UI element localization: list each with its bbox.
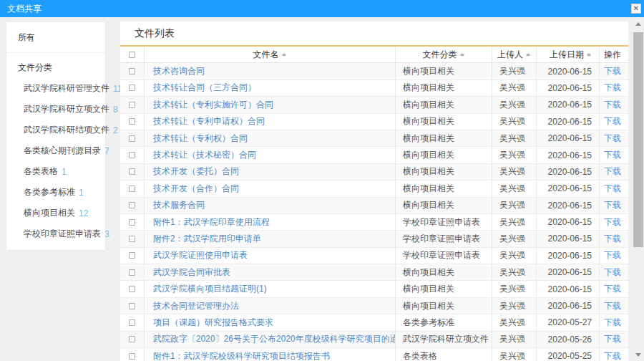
uploader: 吴兴强 xyxy=(492,214,537,231)
download-link[interactable]: 下载 xyxy=(604,149,621,161)
row-checkbox[interactable] xyxy=(129,135,135,142)
file-category: 学校印章证照申请表 xyxy=(396,248,492,264)
file-name-link[interactable]: 项目（课题）研究报告格式要求 xyxy=(153,317,273,329)
sidebar-category-item[interactable]: 武汉学院科研结项文件 2 xyxy=(6,120,105,140)
row-checkbox[interactable] xyxy=(129,286,135,292)
file-name-link[interactable]: 武汉学院证照使用申请表 xyxy=(153,249,248,261)
close-button[interactable]: ✕ xyxy=(631,4,641,14)
file-name-link[interactable]: 技术开发（委托）合同 xyxy=(153,165,239,178)
table-row: 项目（课题）研究报告格式要求 各类参考标准 吴兴强 2020-05-27 下载 xyxy=(120,314,628,331)
uploader: 吴兴强 xyxy=(492,248,537,264)
download-link[interactable]: 下载 xyxy=(604,216,621,228)
upload-date: 2020-06-15 xyxy=(537,80,600,97)
row-checkbox-cell xyxy=(120,348,145,361)
row-checkbox[interactable] xyxy=(129,68,135,74)
download-link[interactable]: 下载 xyxy=(604,133,621,145)
download-link[interactable]: 下载 xyxy=(604,65,621,77)
file-name-link[interactable]: 技术转让合同（三方合同） xyxy=(153,82,256,94)
sort-icon[interactable] xyxy=(526,51,531,59)
column-header-date[interactable]: 上传日期 xyxy=(537,47,600,63)
scrollbar-thumb[interactable] xyxy=(633,32,643,247)
row-checkbox-cell xyxy=(120,164,145,180)
row-checkbox[interactable] xyxy=(129,269,135,276)
sidebar-category-item[interactable]: 横向项目相关 12 xyxy=(6,203,105,223)
file-name-link[interactable]: 技术合同登记管理办法 xyxy=(153,300,239,312)
file-name-link[interactable]: 技术转让（专利实施许可）合同 xyxy=(153,99,273,111)
row-checkbox-cell xyxy=(120,314,145,331)
download-link[interactable]: 下载 xyxy=(604,183,621,195)
row-checkbox[interactable] xyxy=(129,186,135,192)
table-row: 技术合同登记管理办法 横向项目相关 吴兴强 2020-06-15 下载 xyxy=(120,298,628,314)
column-header-filename[interactable]: 文件名 xyxy=(145,47,396,63)
download-link[interactable]: 下载 xyxy=(604,333,621,345)
uploader: 吴兴强 xyxy=(492,164,537,180)
file-name-link[interactable]: 武院政字〔2020〕26号关于公布2020年度校级科学研究项目的通知 xyxy=(153,333,396,345)
select-all-checkbox[interactable] xyxy=(129,52,135,58)
download-link[interactable]: 下载 xyxy=(604,283,621,295)
row-checkbox[interactable] xyxy=(129,319,135,326)
sidebar-category-item[interactable]: 武汉学院科研管理文件 11 xyxy=(6,78,105,99)
file-name-link[interactable]: 技术服务合同 xyxy=(153,199,205,211)
table-body: 技术咨询合同 横向项目相关 吴兴强 2020-06-15 下载 技术转让合同（三… xyxy=(120,63,628,361)
column-header-category[interactable]: 文件分类 xyxy=(396,47,492,63)
file-name-link[interactable]: 附件1：武汉学院校级科学研究项目结项报告书 xyxy=(153,350,330,361)
file-name-link[interactable]: 技术转让（专利权）合同 xyxy=(153,133,248,145)
sidebar-item-all[interactable]: 所有 xyxy=(6,22,105,53)
column-header-uploader[interactable]: 上传人 xyxy=(492,47,537,63)
row-checkbox-cell xyxy=(120,214,145,231)
sidebar-category-item[interactable]: 各类核心期刊源目录 7 xyxy=(6,140,105,161)
scroll-down-arrow-icon[interactable] xyxy=(633,350,644,360)
vertical-scrollbar[interactable] xyxy=(633,17,644,361)
download-link[interactable]: 下载 xyxy=(604,115,621,127)
row-checkbox[interactable] xyxy=(129,118,135,125)
row-checkbox[interactable] xyxy=(129,236,135,242)
sort-icon[interactable] xyxy=(460,51,465,59)
sidebar-category-item[interactable]: 各类参考标准 1 xyxy=(6,182,105,203)
sidebar-category-item[interactable]: 武汉学院科研立项文件 8 xyxy=(6,99,105,120)
file-name-link[interactable]: 武汉学院横向项目结题证明(1) xyxy=(153,283,267,295)
row-checkbox[interactable] xyxy=(129,252,135,259)
download-link[interactable]: 下载 xyxy=(604,317,621,329)
upload-date: 2020-05-27 xyxy=(537,314,600,331)
file-name-link[interactable]: 武汉学院合同审批表 xyxy=(153,266,230,279)
row-checkbox[interactable] xyxy=(129,168,135,175)
row-checkbox[interactable] xyxy=(129,85,135,91)
row-checkbox[interactable] xyxy=(129,102,135,108)
row-checkbox[interactable] xyxy=(129,202,135,208)
file-category: 各类表格 xyxy=(396,348,492,361)
download-link[interactable]: 下载 xyxy=(604,350,621,361)
download-link[interactable]: 下载 xyxy=(604,99,621,111)
row-checkbox[interactable] xyxy=(129,219,135,226)
download-link[interactable]: 下载 xyxy=(604,249,621,261)
sort-icon[interactable] xyxy=(282,51,287,59)
upload-date: 2020-06-15 xyxy=(537,164,600,180)
table-row: 附件1：武汉学院校级科学研究项目结项报告书 各类表格 吴兴强 2020-05-2… xyxy=(120,348,628,361)
row-checkbox[interactable] xyxy=(129,353,135,360)
download-link[interactable]: 下载 xyxy=(604,199,621,211)
download-link[interactable]: 下载 xyxy=(604,233,621,245)
download-link[interactable]: 下载 xyxy=(604,300,621,312)
file-name-link[interactable]: 附件1：武汉学院印章使用流程 xyxy=(153,216,270,228)
download-link[interactable]: 下载 xyxy=(604,165,621,178)
file-category: 学校印章证照申请表 xyxy=(396,231,492,247)
table-row: 技术转让合同（三方合同） 横向项目相关 吴兴强 2020-06-15 下载 xyxy=(120,80,628,97)
file-name-link[interactable]: 技术咨询合同 xyxy=(153,65,205,77)
sidebar-category-item[interactable]: 各类表格 1 xyxy=(6,161,105,182)
file-name-link[interactable]: 技术开发（合作）合同 xyxy=(153,183,239,195)
row-checkbox[interactable] xyxy=(129,336,135,342)
sort-icon[interactable] xyxy=(587,51,592,59)
row-checkbox-cell xyxy=(120,332,145,348)
sidebar-category-item[interactable]: 学校印章证照申请表 3 xyxy=(6,223,105,244)
document-share-dialog: 文档共享 ✕ 所有 文件分类 武汉学院科研管理文件 11 武汉学院科研立项文件 … xyxy=(0,0,644,361)
file-name-link[interactable]: 技术转让（技术秘密）合同 xyxy=(153,149,256,161)
scroll-up-arrow-icon[interactable] xyxy=(633,19,644,29)
file-name-link[interactable]: 附件2：武汉学院用印申请单 xyxy=(153,233,261,245)
row-checkbox[interactable] xyxy=(129,303,135,309)
column-header-action: 操作 xyxy=(600,47,628,63)
upload-date: 2020-06-15 xyxy=(537,180,600,197)
row-checkbox[interactable] xyxy=(129,152,135,158)
table-header-row: 文件名 文件分类 上传人 上传日期 操作 xyxy=(120,47,628,63)
download-link[interactable]: 下载 xyxy=(604,82,621,94)
download-link[interactable]: 下载 xyxy=(604,266,621,279)
file-name-link[interactable]: 技术转让（专利申请权）合同 xyxy=(153,115,265,127)
